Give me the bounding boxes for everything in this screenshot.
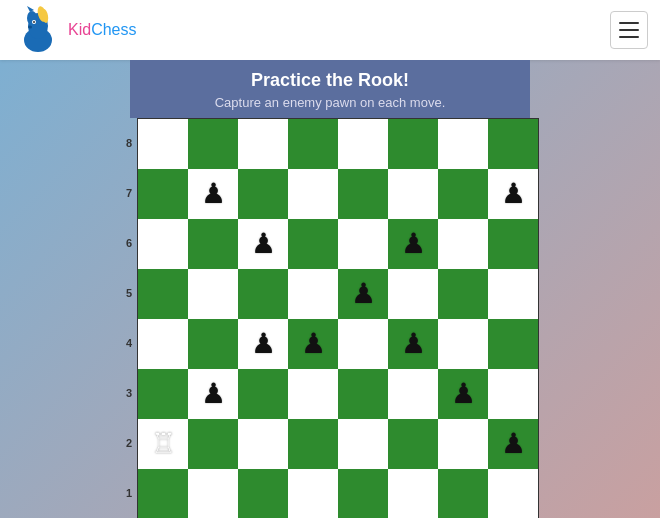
cell-0-0[interactable] [138, 119, 188, 169]
cell-4-6[interactable] [438, 319, 488, 369]
piece-4-5: ♟ [401, 330, 426, 358]
cell-6-2[interactable] [238, 419, 288, 469]
cell-5-5[interactable] [388, 369, 438, 419]
piece-5-6: ♟ [451, 380, 476, 408]
cell-6-4[interactable] [338, 419, 388, 469]
cell-5-2[interactable] [238, 369, 288, 419]
cell-7-7[interactable] [488, 469, 538, 518]
hamburger-line-2 [619, 29, 639, 31]
cell-5-4[interactable] [338, 369, 388, 419]
cell-2-3[interactable] [288, 219, 338, 269]
banner-heading: Practice the Rook! [150, 70, 510, 91]
cell-3-2[interactable] [238, 269, 288, 319]
cell-3-7[interactable] [488, 269, 538, 319]
cell-5-7[interactable] [488, 369, 538, 419]
piece-4-3: ♟ [301, 330, 326, 358]
cell-6-1[interactable] [188, 419, 238, 469]
rank-labels: 8 7 6 5 4 3 2 1 [121, 118, 137, 518]
cell-2-6[interactable] [438, 219, 488, 269]
cell-1-3[interactable] [288, 169, 338, 219]
hamburger-line-1 [619, 22, 639, 24]
rank-7: 7 [121, 168, 137, 218]
cell-6-0[interactable]: ♖ [138, 419, 188, 469]
cell-4-7[interactable] [488, 319, 538, 369]
cell-1-6[interactable] [438, 169, 488, 219]
cell-2-0[interactable] [138, 219, 188, 269]
cell-3-0[interactable] [138, 269, 188, 319]
piece-3-4: ♟ [351, 280, 376, 308]
svg-marker-8 [27, 6, 34, 12]
cell-2-2[interactable]: ♟ [238, 219, 288, 269]
cell-0-6[interactable] [438, 119, 488, 169]
cell-2-7[interactable] [488, 219, 538, 269]
svg-point-4 [33, 21, 35, 23]
cell-3-6[interactable] [438, 269, 488, 319]
piece-1-1: ♟ [201, 180, 226, 208]
cell-5-0[interactable] [138, 369, 188, 419]
cell-3-3[interactable] [288, 269, 338, 319]
rank-6: 6 [121, 218, 137, 268]
cell-1-0[interactable] [138, 169, 188, 219]
cell-0-2[interactable] [238, 119, 288, 169]
cell-2-1[interactable] [188, 219, 238, 269]
cell-7-6[interactable] [438, 469, 488, 518]
rank-3: 3 [121, 368, 137, 418]
piece-6-0: ♖ [151, 430, 176, 458]
piece-2-2: ♟ [251, 230, 276, 258]
main-content: Practice the Rook! Capture an enemy pawn… [0, 60, 660, 518]
piece-6-7: ♟ [501, 430, 526, 458]
logo-text: KidChess [68, 21, 136, 39]
cell-7-0[interactable] [138, 469, 188, 518]
hamburger-button[interactable] [610, 11, 648, 49]
title-banner: Practice the Rook! Capture an enemy pawn… [130, 60, 530, 118]
app-header: KidChess [0, 0, 660, 60]
board-wrapper: 8 7 6 5 4 3 2 1 ♟♟♟♟♟♟♟♟♟♟♖♟ [121, 118, 539, 518]
cell-6-7[interactable]: ♟ [488, 419, 538, 469]
cell-2-5[interactable]: ♟ [388, 219, 438, 269]
cell-7-3[interactable] [288, 469, 338, 518]
cell-3-5[interactable] [388, 269, 438, 319]
hamburger-line-3 [619, 36, 639, 38]
cell-1-7[interactable]: ♟ [488, 169, 538, 219]
cell-0-3[interactable] [288, 119, 338, 169]
cell-7-4[interactable] [338, 469, 388, 518]
cell-0-1[interactable] [188, 119, 238, 169]
cell-1-4[interactable] [338, 169, 388, 219]
cell-2-4[interactable] [338, 219, 388, 269]
cell-0-5[interactable] [388, 119, 438, 169]
cell-5-6[interactable]: ♟ [438, 369, 488, 419]
piece-5-1: ♟ [201, 380, 226, 408]
board-container: Practice the Rook! Capture an enemy pawn… [121, 60, 539, 518]
cell-5-3[interactable] [288, 369, 338, 419]
cell-6-5[interactable] [388, 419, 438, 469]
cell-3-1[interactable] [188, 269, 238, 319]
logo-kid-text: Kid [68, 21, 91, 38]
cell-6-6[interactable] [438, 419, 488, 469]
cell-7-2[interactable] [238, 469, 288, 518]
logo-horse-icon [12, 4, 64, 56]
cell-7-1[interactable] [188, 469, 238, 518]
cell-3-4[interactable]: ♟ [338, 269, 388, 319]
cell-4-4[interactable] [338, 319, 388, 369]
cell-4-2[interactable]: ♟ [238, 319, 288, 369]
piece-1-7: ♟ [501, 180, 526, 208]
cell-4-1[interactable] [188, 319, 238, 369]
rank-1: 1 [121, 468, 137, 518]
banner-subtext: Capture an enemy pawn on each move. [150, 95, 510, 110]
cell-4-5[interactable]: ♟ [388, 319, 438, 369]
cell-4-3[interactable]: ♟ [288, 319, 338, 369]
cell-1-1[interactable]: ♟ [188, 169, 238, 219]
rank-2: 2 [121, 418, 137, 468]
chess-board[interactable]: ♟♟♟♟♟♟♟♟♟♟♖♟ [137, 118, 539, 518]
cell-1-2[interactable] [238, 169, 288, 219]
cell-0-7[interactable] [488, 119, 538, 169]
cell-6-3[interactable] [288, 419, 338, 469]
piece-4-2: ♟ [251, 330, 276, 358]
cell-1-5[interactable] [388, 169, 438, 219]
logo: KidChess [12, 4, 136, 56]
piece-2-5: ♟ [401, 230, 426, 258]
cell-7-5[interactable] [388, 469, 438, 518]
cell-0-4[interactable] [338, 119, 388, 169]
cell-5-1[interactable]: ♟ [188, 369, 238, 419]
cell-4-0[interactable] [138, 319, 188, 369]
